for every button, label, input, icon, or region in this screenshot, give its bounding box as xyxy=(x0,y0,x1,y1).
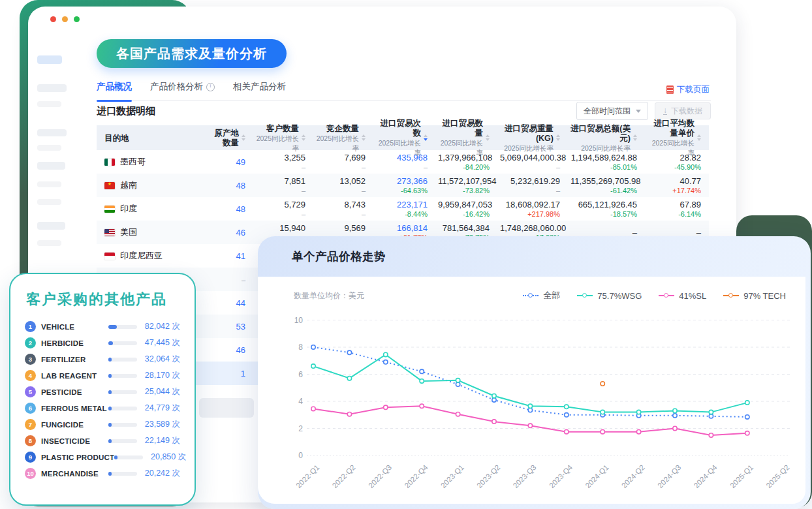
download-page-link[interactable]: 下载页面 xyxy=(666,84,710,95)
column-header[interactable]: 进口贸易重量(KG)2025同比增长率 xyxy=(497,125,568,150)
sort-icon[interactable] xyxy=(556,134,560,141)
product-bar xyxy=(108,390,137,394)
product-name: PLASTIC PRODUCT xyxy=(41,454,114,461)
product-bar xyxy=(108,439,137,443)
product-name: FUNGICIDE xyxy=(41,421,108,429)
tab-1[interactable]: 产品价格分析 xyxy=(150,81,215,100)
rank-badge: 3 xyxy=(25,354,36,365)
column-header[interactable]: 客户数量2025同比增长率 xyxy=(253,125,313,150)
rank-badge: 1 xyxy=(25,321,36,332)
sidebar-skeleton-bar xyxy=(37,181,61,187)
legend-item[interactable]: 41%SL xyxy=(659,291,706,301)
price-trend-chart[interactable]: 02468102022-Q12022-Q22022-Q32022-Q42023-… xyxy=(268,307,796,506)
product-count: 32,064 次 xyxy=(137,354,180,365)
minimize-button[interactable] xyxy=(62,16,68,22)
svg-text:10: 10 xyxy=(294,316,304,325)
sort-icon[interactable] xyxy=(302,134,305,141)
svg-text:2025-Q2: 2025-Q2 xyxy=(764,463,790,489)
product-count: 20,242 次 xyxy=(137,468,180,479)
sort-icon[interactable] xyxy=(242,134,245,141)
product-list-item[interactable]: 2 HERBICIDE 47,445 次 xyxy=(22,335,183,351)
product-count: 24,779 次 xyxy=(137,403,180,414)
metric-cell: 3,255 – xyxy=(253,153,313,172)
product-bar xyxy=(108,325,137,329)
legend-marker-icon xyxy=(577,293,593,299)
svg-text:2024-Q3: 2024-Q3 xyxy=(656,463,682,489)
product-list-item[interactable]: 4 LAB REAGENT 28,170 次 xyxy=(22,367,183,384)
column-header[interactable]: 原产地数量 xyxy=(211,125,253,150)
origin-count-cell: 48 xyxy=(211,181,253,191)
product-list-item[interactable]: 10 MERCHANDISE 20,242 次 xyxy=(22,465,183,482)
svg-text:0: 0 xyxy=(298,451,303,460)
metric-cell: 273,366 -64.63% xyxy=(373,176,435,195)
product-bar xyxy=(114,455,143,459)
product-list-item[interactable]: 6 FERROUS METAL 24,779 次 xyxy=(22,400,183,416)
close-button[interactable] xyxy=(50,16,56,22)
column-header[interactable]: 进口贸易总额(美元)2025同比增长率 xyxy=(568,125,645,150)
product-count: 20,850 次 xyxy=(143,452,186,463)
destination-cell: 越南 xyxy=(97,179,211,191)
product-list-item[interactable]: 3 FERTILIZER 32,064 次 xyxy=(22,351,183,367)
column-header[interactable]: 竞企数量2025同比增长率 xyxy=(313,125,373,150)
time-range-select[interactable]: 全部时间范围 xyxy=(576,102,648,120)
origin-count-cell: 46 xyxy=(211,228,253,238)
product-list-item[interactable]: 5 PESTICIDE 25,044 次 xyxy=(22,384,183,400)
sidebar-skeleton-bar xyxy=(37,101,61,107)
rank-badge: 9 xyxy=(25,452,36,463)
product-list-item[interactable]: 1 VEHICLE 82,042 次 xyxy=(22,318,183,335)
product-bar xyxy=(108,358,137,362)
download-page-label: 下载页面 xyxy=(677,84,710,95)
product-count: 47,445 次 xyxy=(137,337,180,348)
window-controls xyxy=(50,16,80,22)
sort-icon[interactable] xyxy=(424,134,428,141)
table-row[interactable]: 印度 48 5,729 – 8,743 – 223,171 -8.44% 9,9… xyxy=(97,197,709,221)
download-data-button[interactable]: ↓ 下载数据 xyxy=(655,102,711,119)
metric-cell: 28.82 -45.90% xyxy=(645,153,709,172)
info-icon xyxy=(206,83,215,91)
sort-icon[interactable] xyxy=(362,134,366,141)
metric-cell: 7,851 – xyxy=(253,176,313,195)
legend-item[interactable]: 75.7%WSG xyxy=(577,291,642,301)
legend-item[interactable]: 全部 xyxy=(523,290,560,301)
column-header[interactable]: 进口平均数量单价2025同比增长率 xyxy=(645,125,709,150)
metric-cell: 67.89 -6.14% xyxy=(645,200,709,219)
metric-cell: 11,572,107,954 -73.82% xyxy=(435,176,497,195)
product-name: MERCHANDISE xyxy=(41,470,108,478)
product-list-item[interactable]: 7 FUNGICIDE 23,589 次 xyxy=(22,416,183,433)
sort-icon[interactable] xyxy=(697,134,701,141)
column-header[interactable]: 进口贸易数量2025同比增长率 xyxy=(435,125,497,150)
column-header[interactable]: 进口贸易次数2025同比增长率 xyxy=(373,125,435,150)
sidebar-skeleton-bar xyxy=(37,222,65,230)
sort-icon[interactable] xyxy=(486,134,490,141)
rank-badge: 10 xyxy=(25,468,36,479)
other-products-title: 客户采购的其他产品 xyxy=(26,290,183,309)
time-range-value: 全部时间范围 xyxy=(584,106,631,117)
sidebar-skeleton-bar xyxy=(37,145,61,151)
zoom-button[interactable] xyxy=(74,16,80,22)
product-bar xyxy=(108,341,137,345)
table-row[interactable]: 越南 48 7,851 – 13,052 – 273,366 -64.63% 1… xyxy=(97,174,709,197)
sidebar-skeleton-bar xyxy=(37,129,67,136)
tab-0[interactable]: 产品概况 xyxy=(97,81,132,100)
metric-cell: 5,729 – xyxy=(253,200,313,219)
tab-2[interactable]: 相关产品分析 xyxy=(233,81,286,100)
table-row[interactable]: 墨西哥 49 3,255 – 7,699 – 435,968 – 1,379,9… xyxy=(97,150,709,174)
product-count: 28,170 次 xyxy=(137,370,180,381)
product-name: PESTICIDE xyxy=(41,388,108,396)
product-list-item[interactable]: 9 PLASTIC PRODUCT 20,850 次 xyxy=(22,449,183,465)
metric-cell: 18,608,092.17 +217.98% xyxy=(497,200,568,219)
destination-cell: 印度尼西亚 xyxy=(97,250,211,262)
country-flag-icon xyxy=(104,229,115,236)
metric-cell: 40.77 +17.74% xyxy=(645,176,709,195)
product-list-item[interactable]: 8 INSECTICIDE 22,149 次 xyxy=(22,433,183,449)
pdf-icon xyxy=(666,85,674,94)
legend-marker-icon xyxy=(723,293,739,299)
sort-icon[interactable] xyxy=(633,134,637,141)
metric-cell: 223,171 -8.44% xyxy=(373,200,435,219)
legend-item[interactable]: 97% TECH xyxy=(723,291,786,301)
svg-text:2024-Q1: 2024-Q1 xyxy=(584,463,610,489)
price-trend-card: 单个产品价格走势 数量单位均价：美元 全部 75.7%WSG 41%SL 97%… xyxy=(258,236,811,509)
origin-count-cell: 49 xyxy=(211,157,253,167)
section-header: 进口数据明细 全部时间范围 ↓ 下载数据 xyxy=(97,102,711,120)
origin-count-cell: 48 xyxy=(211,204,253,214)
